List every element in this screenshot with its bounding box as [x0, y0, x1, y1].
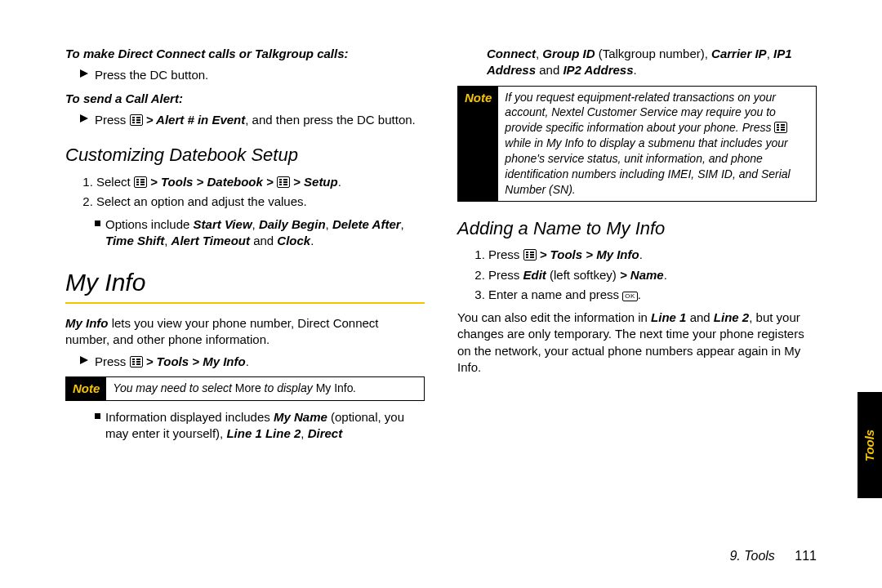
square-bullet-icon [95, 413, 100, 419]
add-name-steps: Press > Tools > My Info. Press Edit (lef… [474, 247, 817, 303]
note-tag: Note [458, 87, 498, 201]
subhead-call-alert: To send a Call Alert: [65, 91, 425, 107]
triangle-bullet-icon [80, 356, 88, 364]
step-1: Press > Tools > My Info. [488, 247, 817, 263]
note-tag: Note [66, 377, 106, 400]
square-bullet-icon [95, 220, 100, 226]
step-1: Select > Tools > Datebook > > Setup. [96, 174, 425, 190]
note-box-equipment: Note If you request equipment-related tr… [457, 86, 817, 202]
menu-icon [130, 114, 143, 126]
my-info-intro: My Info lets you view your phone number,… [65, 315, 425, 349]
info-continued: Connect, Group ID (Talkgroup number), Ca… [487, 46, 817, 79]
menu-icon [277, 176, 290, 188]
info-displayed-text: Information displayed includes My Name (… [105, 409, 425, 443]
bullet-myinfo: Press > Tools > My Info. [80, 354, 425, 370]
svg-marker-0 [80, 69, 88, 78]
ok-icon: OK [622, 292, 638, 301]
right-column: Connect, Group ID (Talkgroup number), Ca… [457, 41, 817, 449]
svg-rect-2 [95, 220, 100, 226]
bullet-myinfo-text: Press > Tools > My Info. [95, 354, 249, 370]
left-column: To make Direct Connect calls or Talkgrou… [65, 41, 425, 449]
subhead-dc-calls: To make Direct Connect calls or Talkgrou… [65, 46, 425, 62]
menu-icon [130, 356, 143, 368]
bullet-alert-text: Press > Alert # in Event, and then press… [95, 112, 416, 128]
bullet-dc: Press the DC button. [80, 67, 425, 83]
note-box-more: Note You may need to select More to disp… [65, 376, 425, 401]
heading-customizing-datebook: Customizing Datebook Setup [65, 143, 425, 167]
note-body: You may need to select More to display M… [106, 377, 363, 400]
datebook-steps: Select > Tools > Datebook > > Setup. Sel… [82, 174, 425, 211]
svg-marker-1 [80, 114, 88, 122]
heading-adding-name: Adding a Name to My Info [457, 216, 817, 241]
heading-my-info: My Info [65, 266, 425, 300]
page-footer: 9. Tools 111 [729, 549, 817, 564]
triangle-bullet-icon [80, 69, 88, 78]
options-text: Options include Start View, Daily Begin,… [105, 216, 425, 250]
note-body: If you request equipment-related transac… [498, 87, 816, 201]
step-2: Select an option and adjust the values. [96, 194, 425, 210]
line-edit-note: You can also edit the information in Lin… [457, 310, 817, 376]
section-tab-tools: Tools [858, 392, 882, 498]
info-displayed-bullet: Information displayed includes My Name (… [95, 409, 425, 443]
svg-rect-4 [95, 413, 100, 419]
menu-icon [774, 122, 787, 133]
options-bullet: Options include Start View, Daily Begin,… [95, 216, 425, 250]
section-rule [65, 302, 425, 304]
bullet-alert: Press > Alert # in Event, and then press… [80, 112, 425, 128]
svg-marker-3 [80, 356, 88, 364]
footer-section: 9. Tools [729, 549, 774, 563]
menu-icon [134, 176, 147, 188]
triangle-bullet-icon [80, 114, 88, 122]
step-2: Press Edit (left softkey) > Name. [488, 267, 817, 283]
bullet-dc-text: Press the DC button. [95, 67, 208, 83]
menu-icon [523, 249, 537, 261]
page-number: 111 [795, 549, 817, 563]
step-3: Enter a name and press OK. [488, 287, 817, 303]
